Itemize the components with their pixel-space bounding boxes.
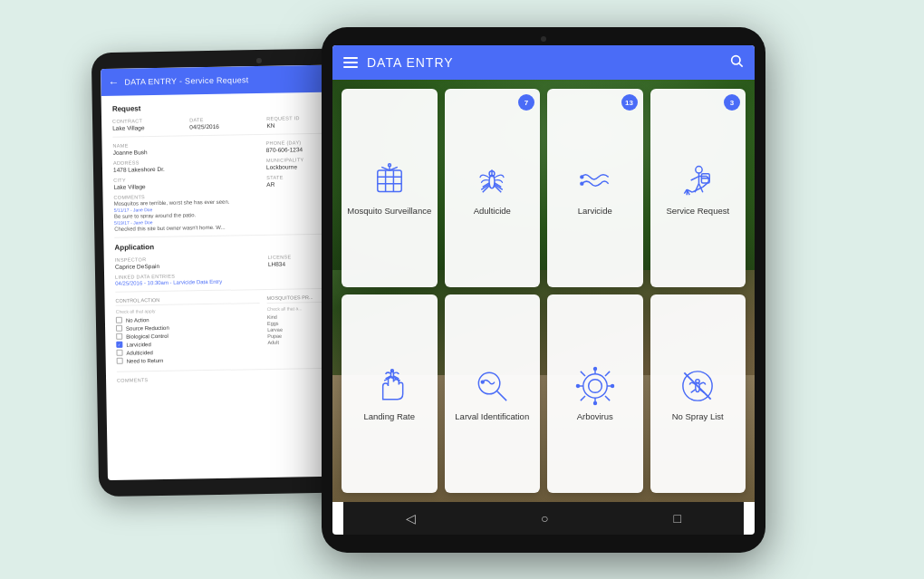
hand-mosquito-icon: [370, 366, 409, 406]
camera-front: [541, 36, 546, 42]
tile-adulticide[interactable]: 7: [445, 89, 541, 287]
tile-service-request[interactable]: 3: [650, 89, 746, 287]
back-control-col: CONTROL ACTION Check all that apply No A…: [115, 295, 260, 366]
svg-point-59: [611, 384, 613, 387]
back-cb-return-label: Need to Return: [127, 357, 164, 363]
svg-point-0: [732, 56, 740, 64]
back-mosq-pupae: Pupae: [267, 333, 282, 339]
svg-line-63: [691, 389, 696, 392]
tile-adulticide-badge: 7: [518, 94, 534, 111]
back-mosq-larvae: Larvae: [267, 327, 283, 333]
nav-home-btn[interactable]: ○: [541, 511, 548, 526]
svg-line-54: [581, 396, 585, 400]
tile-larval-identification-label: Larval Identification: [455, 411, 529, 421]
back-control-label: CONTROL ACTION: [115, 295, 259, 306]
svg-line-44: [497, 391, 506, 400]
front-header-title: DATA ENTRY: [367, 55, 454, 70]
back-cb-source[interactable]: Source Reduction: [116, 323, 260, 332]
tile-larvicide-label: Larvicide: [578, 206, 612, 216]
tile-larval-identification[interactable]: Larval Identification: [445, 294, 541, 493]
back-city-field: CITY Lake Village: [113, 175, 255, 190]
hamburger-icon[interactable]: [343, 57, 358, 68]
tiles-grid: Mosquito Surveillance 7: [332, 80, 755, 502]
back-cb-bio-box[interactable]: [116, 333, 122, 340]
nav-back-btn[interactable]: ◁: [406, 511, 416, 526]
svg-line-65: [685, 372, 711, 399]
tile-landing-rate[interactable]: Landing Rate: [342, 294, 438, 493]
back-cb-bio-label: Biological Control: [126, 333, 168, 339]
back-cb-larvicided-box[interactable]: [116, 342, 122, 348]
svg-point-10: [388, 163, 390, 166]
tile-mosquito-surveillance[interactable]: Mosquito Surveillance: [342, 89, 438, 287]
sprayer-icon: [678, 160, 717, 200]
mosquito-icon: [472, 160, 512, 200]
svg-point-57: [593, 401, 596, 404]
tile-no-spray-list-label: No Spray List: [672, 411, 724, 421]
tile-no-spray-list[interactable]: No Spray List: [650, 294, 746, 493]
back-cb-adulticided-box[interactable]: [116, 350, 122, 356]
svg-rect-2: [378, 170, 401, 191]
hamburger-line-2: [343, 62, 358, 63]
back-cb-return-box[interactable]: [117, 358, 123, 364]
back-date-label: DATE: [189, 116, 255, 122]
tile-landing-rate-label: Landing Rate: [363, 411, 415, 421]
tile-larvicide[interactable]: 13 Larvicide: [547, 89, 643, 287]
svg-line-53: [605, 372, 610, 376]
virus-circle-icon: [575, 366, 615, 406]
android-nav-bar: ◁ ○ □: [343, 502, 744, 535]
svg-point-47: [588, 379, 602, 392]
tablet-front: DATA ENTRY: [322, 27, 765, 553]
back-address-value: 1478 Lakeshore Dr.: [113, 164, 255, 173]
no-spray-icon: [678, 366, 717, 406]
back-date-field: DATE 04/25/2016: [189, 116, 255, 130]
tile-arbovirus-label: Arbovirus: [577, 411, 613, 421]
svg-line-1: [739, 63, 743, 67]
back-date-value: 04/25/2016: [189, 122, 255, 130]
tile-adulticide-label: Adulticide: [474, 206, 511, 216]
back-name-field: NAME Joanne Bush: [112, 140, 255, 156]
tile-arbovirus[interactable]: Arbovirus: [547, 294, 643, 493]
mosquito-cage-icon: [370, 160, 409, 200]
back-cb-adulticided[interactable]: Adulticided: [116, 347, 260, 356]
svg-line-52: [581, 372, 585, 376]
back-cb-return[interactable]: Need to Return: [117, 355, 261, 364]
svg-line-26: [691, 176, 699, 179]
front-header-left: DATA ENTRY: [343, 55, 454, 70]
svg-point-45: [482, 381, 485, 383]
back-address-field: ADDRESS 1478 Lakeshore Dr.: [113, 158, 255, 173]
back-cb-adulticided-label: Adulticided: [126, 350, 152, 356]
back-contract-label: CONTRACT: [112, 118, 178, 124]
svg-point-22: [696, 166, 702, 172]
back-inspector-field: INSPECTOR Caprice DeSpain: [115, 255, 257, 270]
back-cb-bio[interactable]: Biological Control: [116, 331, 260, 340]
back-cb-larvicided-label: Larvicided: [126, 342, 150, 347]
back-control-sub: Check all that apply: [116, 306, 260, 314]
back-mosq-kind: Kind: [267, 314, 277, 320]
hamburger-line-1: [343, 57, 358, 59]
nav-recent-btn[interactable]: □: [674, 511, 681, 526]
tile-larvicide-badge: 13: [621, 94, 638, 111]
back-contract-value: Lake Village: [112, 124, 178, 131]
hamburger-line-3: [343, 66, 358, 68]
back-city-value: Lake Village: [113, 181, 255, 190]
back-contract-field: CONTRACT Lake Village: [112, 118, 178, 131]
svg-line-34: [695, 183, 698, 192]
back-cb-no-action[interactable]: No Action: [116, 314, 260, 323]
back-cb-source-box[interactable]: [116, 325, 122, 332]
back-name-value: Joanne Bush: [113, 147, 255, 156]
search-icon[interactable]: [729, 53, 744, 72]
svg-point-21: [581, 182, 583, 185]
back-arrow[interactable]: ←: [108, 76, 119, 89]
back-header-title: DATA ENTRY - Service Request: [124, 75, 248, 86]
svg-point-20: [581, 176, 583, 179]
tile-service-request-badge: 3: [724, 94, 740, 111]
tablet-front-screen: DATA ENTRY: [332, 45, 755, 535]
front-header: DATA ENTRY: [332, 45, 755, 80]
back-inspector-value: Caprice DeSpain: [115, 261, 257, 270]
magnify-larva-icon: [472, 366, 512, 406]
camera-back: [256, 58, 262, 63]
back-cb-no-action-box[interactable]: [116, 317, 122, 323]
tile-service-request-label: Service Request: [666, 206, 729, 216]
back-cb-larvicided[interactable]: Larvicided: [116, 339, 260, 348]
svg-line-55: [605, 396, 610, 400]
